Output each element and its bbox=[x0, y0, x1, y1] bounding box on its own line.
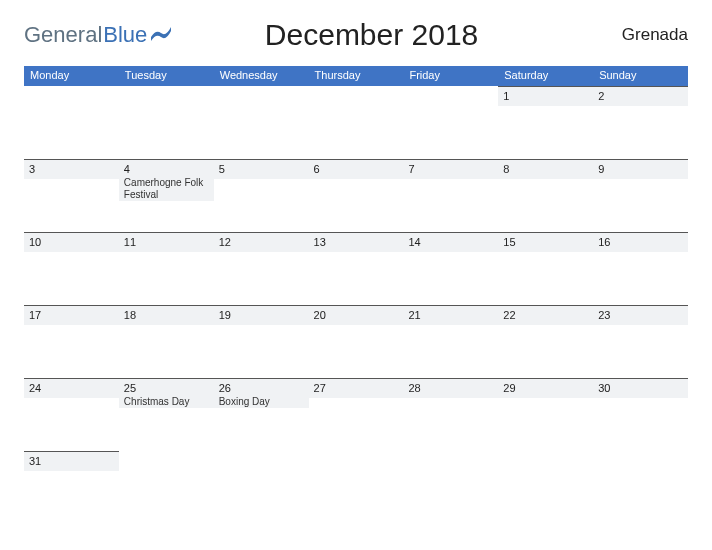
day-number: 1 bbox=[503, 90, 588, 102]
day-cell: 20 bbox=[309, 305, 404, 378]
day-body bbox=[593, 252, 688, 306]
day-cell bbox=[119, 451, 214, 524]
dow-cell: Wednesday bbox=[214, 66, 309, 86]
day-cell: 29 bbox=[498, 378, 593, 451]
day-cell: 26Boxing Day bbox=[214, 378, 309, 451]
day-cell: 9 bbox=[593, 159, 688, 232]
day-body bbox=[498, 325, 593, 379]
day-cell: 31 bbox=[24, 451, 119, 524]
day-body bbox=[119, 252, 214, 306]
day-cell: 11 bbox=[119, 232, 214, 305]
day-number: 12 bbox=[219, 236, 304, 248]
day-number: 31 bbox=[29, 455, 114, 467]
day-number: 19 bbox=[219, 309, 304, 321]
day-cell: 13 bbox=[309, 232, 404, 305]
day-body bbox=[119, 325, 214, 379]
day-number: 2 bbox=[598, 90, 683, 102]
day-body bbox=[24, 325, 119, 379]
calendar-title: December 2018 bbox=[121, 18, 622, 52]
day-number: 4 bbox=[124, 163, 209, 175]
day-cell: 10 bbox=[24, 232, 119, 305]
day-cell: 17 bbox=[24, 305, 119, 378]
day-number: 18 bbox=[124, 309, 209, 321]
day-cell bbox=[403, 451, 498, 524]
day-cell: 5 bbox=[214, 159, 309, 232]
day-cell: 12 bbox=[214, 232, 309, 305]
day-body bbox=[24, 398, 119, 452]
day-cell bbox=[119, 86, 214, 159]
day-body bbox=[403, 325, 498, 379]
day-number: 21 bbox=[408, 309, 493, 321]
calendar-grid: 1234Camerhogne Folk Festival567891011121… bbox=[24, 86, 688, 524]
day-number: 26 bbox=[219, 382, 304, 394]
dow-cell: Monday bbox=[24, 66, 119, 86]
day-cell: 14 bbox=[403, 232, 498, 305]
day-number: 25 bbox=[124, 382, 209, 394]
day-cell: 24 bbox=[24, 378, 119, 451]
day-number: 7 bbox=[408, 163, 493, 175]
day-body bbox=[309, 179, 404, 233]
calendar-header: General Blue December 2018 Grenada bbox=[24, 18, 688, 52]
day-cell bbox=[309, 451, 404, 524]
day-number: 11 bbox=[124, 236, 209, 248]
day-cell: 25Christmas Day bbox=[119, 378, 214, 451]
day-body bbox=[309, 325, 404, 379]
day-cell: 18 bbox=[119, 305, 214, 378]
day-cell: 19 bbox=[214, 305, 309, 378]
dow-cell: Sunday bbox=[593, 66, 688, 86]
day-number: 5 bbox=[219, 163, 304, 175]
day-number: 6 bbox=[314, 163, 399, 175]
day-cell: 30 bbox=[593, 378, 688, 451]
day-number: 30 bbox=[598, 382, 683, 394]
day-event: Boxing Day bbox=[219, 396, 304, 408]
day-number: 27 bbox=[314, 382, 399, 394]
day-body bbox=[24, 179, 119, 233]
day-body bbox=[309, 398, 404, 452]
day-number: 20 bbox=[314, 309, 399, 321]
day-number: 16 bbox=[598, 236, 683, 248]
day-cell: 6 bbox=[309, 159, 404, 232]
day-cell: 3 bbox=[24, 159, 119, 232]
day-cell bbox=[309, 86, 404, 159]
day-number: 10 bbox=[29, 236, 114, 248]
day-body bbox=[403, 252, 498, 306]
day-number: 14 bbox=[408, 236, 493, 248]
day-number: 24 bbox=[29, 382, 114, 394]
day-cell bbox=[498, 451, 593, 524]
day-cell: 7 bbox=[403, 159, 498, 232]
day-cell: 28 bbox=[403, 378, 498, 451]
day-cell: 21 bbox=[403, 305, 498, 378]
day-cell: 8 bbox=[498, 159, 593, 232]
dow-cell: Saturday bbox=[498, 66, 593, 86]
day-body bbox=[403, 179, 498, 233]
day-event: Christmas Day bbox=[124, 396, 209, 408]
day-number: 23 bbox=[598, 309, 683, 321]
day-body bbox=[403, 398, 498, 452]
day-body bbox=[593, 325, 688, 379]
day-body bbox=[498, 252, 593, 306]
day-body bbox=[214, 325, 309, 379]
day-body bbox=[214, 179, 309, 233]
day-cell: 2 bbox=[593, 86, 688, 159]
day-number: 15 bbox=[503, 236, 588, 248]
day-body bbox=[498, 179, 593, 233]
day-number: 17 bbox=[29, 309, 114, 321]
brand-word-general: General bbox=[24, 22, 102, 48]
day-cell: 4Camerhogne Folk Festival bbox=[119, 159, 214, 232]
day-body bbox=[498, 398, 593, 452]
day-body bbox=[593, 179, 688, 233]
day-cell bbox=[403, 86, 498, 159]
day-cell bbox=[24, 86, 119, 159]
day-cell: 22 bbox=[498, 305, 593, 378]
day-body bbox=[214, 252, 309, 306]
day-number: 13 bbox=[314, 236, 399, 248]
region-label: Grenada bbox=[622, 25, 688, 45]
day-cell: 15 bbox=[498, 232, 593, 305]
day-number: 29 bbox=[503, 382, 588, 394]
day-number: 28 bbox=[408, 382, 493, 394]
day-cell: 23 bbox=[593, 305, 688, 378]
day-cell bbox=[214, 451, 309, 524]
dow-header-row: MondayTuesdayWednesdayThursdayFridaySatu… bbox=[24, 66, 688, 86]
day-body bbox=[24, 471, 119, 525]
day-body bbox=[593, 398, 688, 452]
